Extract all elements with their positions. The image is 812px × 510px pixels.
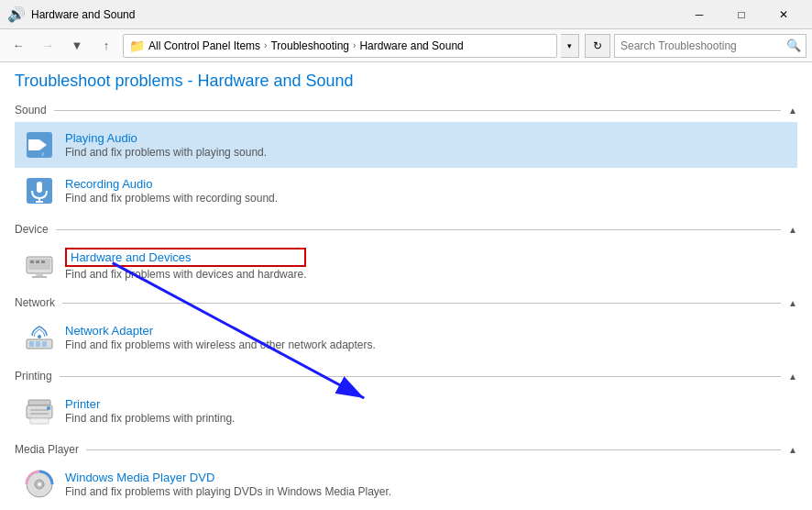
svg-rect-24: [30, 418, 49, 424]
window-controls: ─ □ ✕: [678, 0, 805, 29]
search-button[interactable]: 🔍: [782, 35, 806, 57]
up-button[interactable]: ↑: [93, 33, 119, 59]
section-sound-label: Sound: [15, 104, 47, 116]
item-network-adapter[interactable]: Network Adapter Find and fix problems wi…: [15, 315, 797, 360]
close-button[interactable]: ✕: [763, 0, 805, 29]
playing-audio-text: Playing Audio Find and fix problems with…: [65, 131, 267, 159]
section-device-chevron[interactable]: ▲: [788, 225, 797, 235]
recording-audio-desc: Find and fix problems with recording sou…: [65, 192, 278, 205]
section-printing: Printing ▲ Printer Find and fix problems…: [15, 370, 797, 434]
path-troubleshooting[interactable]: Troubleshooting: [270, 39, 349, 52]
svg-rect-13: [36, 261, 39, 263]
printer-text: Printer Find and fix problems with print…: [65, 397, 235, 425]
hardware-devices-title: Hardware and Devices: [65, 248, 306, 267]
section-media-player-header: Media Player ▲: [15, 443, 797, 456]
path-sep-1: ›: [264, 40, 267, 50]
hardware-devices-desc: Find and fix problems with devices and h…: [65, 268, 306, 281]
svg-point-25: [47, 406, 50, 410]
printer-icon: [23, 394, 56, 427]
svg-rect-10: [36, 273, 43, 276]
section-network: Network ▲ Network Adapter: [15, 296, 797, 360]
wmp-dvd-icon: [23, 468, 56, 501]
section-media-player-label: Media Player: [15, 443, 79, 456]
section-network-label: Network: [15, 296, 55, 309]
item-wmp-dvd[interactable]: Windows Media Player DVD Find and fix pr…: [15, 461, 797, 507]
svg-rect-5: [37, 182, 42, 193]
section-media-player: Media Player ▲ Windows Media Player DVD …: [15, 443, 797, 507]
back-button[interactable]: ←: [5, 33, 31, 59]
section-printing-line: [60, 376, 781, 377]
section-printing-label: Printing: [15, 370, 52, 382]
address-path: 📁 All Control Panel Items › Troubleshoot…: [123, 34, 557, 58]
section-network-header: Network ▲: [15, 296, 797, 309]
recording-audio-text: Recording Audio Find and fix problems wi…: [65, 177, 278, 205]
section-sound-header: Sound ▲: [15, 104, 797, 116]
section-printing-chevron[interactable]: ▲: [788, 371, 797, 382]
section-media-player-chevron[interactable]: ▲: [788, 445, 797, 455]
svg-rect-20: [28, 400, 50, 405]
path-icon: 📁: [129, 39, 145, 53]
network-adapter-title: Network Adapter: [65, 324, 376, 338]
wmp-dvd-text: Windows Media Player DVD Find and fix pr…: [65, 471, 391, 498]
recording-audio-title: Recording Audio: [65, 177, 278, 191]
playing-audio-desc: Find and fix problems with playing sound…: [65, 146, 267, 159]
forward-button[interactable]: →: [35, 33, 60, 59]
svg-text:♪: ♪: [41, 150, 45, 157]
page-title: Troubleshoot problems - Hardware and Sou…: [15, 72, 797, 91]
item-hardware-devices[interactable]: Hardware and Devices Find and fix proble…: [15, 241, 797, 287]
svg-rect-22: [30, 409, 49, 411]
network-adapter-text: Network Adapter Find and fix problems wi…: [65, 324, 376, 351]
wmp-dvd-desc: Find and fix problems with playing DVDs …: [65, 485, 391, 498]
svg-rect-23: [30, 413, 49, 415]
window-icon: 🔊: [7, 6, 26, 23]
item-printer[interactable]: Printer Find and fix problems with print…: [15, 388, 797, 434]
svg-rect-9: [28, 259, 50, 270]
playing-audio-title: Playing Audio: [65, 131, 267, 145]
path-control-panel[interactable]: All Control Panel Items: [148, 39, 260, 52]
section-network-chevron[interactable]: ▲: [788, 298, 797, 308]
svg-rect-14: [41, 261, 45, 263]
section-device: Device ▲ Hardware and Devices Find and f…: [15, 223, 797, 287]
section-media-player-line: [86, 449, 781, 450]
playing-audio-icon: ♪: [23, 128, 56, 161]
minimize-button[interactable]: ─: [678, 0, 720, 29]
path-sep-2: ›: [353, 40, 356, 50]
svg-rect-12: [30, 261, 34, 263]
hardware-devices-icon: [23, 248, 56, 281]
svg-rect-11: [32, 276, 47, 278]
search-input[interactable]: [615, 39, 782, 52]
section-device-header: Device ▲: [15, 223, 797, 236]
item-playing-audio[interactable]: ♪ Playing Audio Find and fix problems wi…: [15, 122, 797, 168]
hardware-devices-text: Hardware and Devices Find and fix proble…: [65, 248, 306, 281]
search-box: 🔍: [614, 34, 807, 58]
section-printing-header: Printing ▲: [15, 370, 797, 382]
section-device-label: Device: [15, 223, 49, 236]
title-bar: 🔊 Hardware and Sound ─ □ ✕: [0, 0, 812, 29]
section-device-line: [56, 229, 781, 230]
item-recording-audio[interactable]: Recording Audio Find and fix problems wi…: [15, 168, 797, 214]
section-network-line: [62, 303, 781, 304]
title-bar-text: Hardware and Sound: [31, 8, 678, 21]
maximize-button[interactable]: □: [720, 0, 763, 29]
svg-rect-1: [28, 139, 39, 150]
network-adapter-desc: Find and fix problems with wireless and …: [65, 338, 376, 351]
printer-desc: Find and fix problems with printing.: [65, 412, 235, 425]
path-current[interactable]: Hardware and Sound: [359, 39, 463, 52]
section-sound-chevron[interactable]: ▲: [788, 105, 797, 116]
svg-rect-18: [42, 341, 47, 347]
svg-rect-16: [29, 341, 34, 347]
printer-title: Printer: [65, 397, 235, 411]
wmp-dvd-title: Windows Media Player DVD: [65, 471, 391, 484]
address-dropdown[interactable]: ▾: [561, 34, 579, 58]
address-bar: ← → ▼ ↑ 📁 All Control Panel Items › Trou…: [0, 29, 812, 62]
recent-locations-button[interactable]: ▼: [64, 33, 90, 59]
svg-point-19: [38, 335, 41, 338]
content-area: Troubleshoot problems - Hardware and Sou…: [0, 62, 812, 510]
recording-audio-icon: [23, 174, 56, 207]
refresh-button[interactable]: ↻: [585, 34, 610, 58]
section-sound-line: [54, 110, 781, 111]
section-sound: Sound ▲ ♪ Playing Audio Find and fix pro…: [15, 104, 797, 214]
network-adapter-icon: [23, 321, 56, 354]
svg-point-28: [38, 482, 41, 486]
svg-rect-17: [36, 341, 40, 347]
